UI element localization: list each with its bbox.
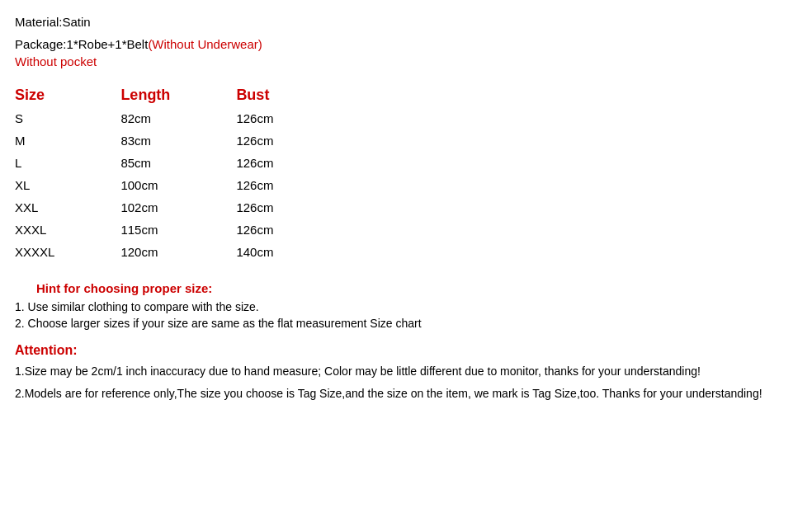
table-row: L85cm126cm [15, 152, 339, 174]
table-row: S82cm126cm [15, 107, 339, 129]
table-cell: 126cm [236, 196, 339, 219]
package-suffix: (Without Underwear) [148, 37, 262, 51]
table-cell: 82cm [120, 107, 236, 129]
col-bust: Bust [236, 83, 339, 107]
package-line: Package:1*Robe+1*Belt(Without Underwear) [15, 37, 797, 51]
table-cell: 126cm [236, 107, 339, 129]
without-pocket: Without pocket [15, 54, 797, 68]
table-cell: 100cm [120, 174, 236, 196]
table-cell: 126cm [236, 174, 339, 196]
table-cell: L [15, 152, 120, 174]
attention-title: Attention: [15, 343, 797, 358]
table-row: XL100cm126cm [15, 174, 339, 196]
table-cell: 140cm [236, 241, 339, 263]
hint-item-2: 2. Choose larger sizes if your size are … [15, 317, 797, 330]
table-cell: 120cm [120, 241, 236, 263]
table-cell: M [15, 129, 120, 152]
table-cell: 126cm [236, 129, 339, 152]
material-line: Material:Satin [15, 15, 797, 29]
table-cell: XXL [15, 196, 120, 219]
attention-item-2: 2.Models are for reference only,The size… [15, 385, 797, 402]
table-cell: S [15, 107, 120, 129]
table-cell: 126cm [236, 219, 339, 241]
hint-section: Hint for choosing proper size: 1. Use si… [15, 281, 797, 330]
attention-item-1: 1.Size may be 2cm/1 inch inaccuracy due … [15, 363, 797, 380]
table-cell: XXXL [15, 219, 120, 241]
table-row: XXXL115cm126cm [15, 219, 339, 241]
col-size: Size [15, 83, 120, 107]
material-text: Material:Satin [15, 15, 91, 29]
col-length: Length [120, 83, 236, 107]
package-prefix: Package:1*Robe+1*Belt [15, 37, 148, 51]
hint-title: Hint for choosing proper size: [36, 281, 797, 295]
table-cell: 102cm [120, 196, 236, 219]
table-cell: 83cm [120, 129, 236, 152]
hint-item-1: 1. Use similar clothing to compare with … [15, 300, 797, 313]
size-table: Size Length Bust S82cm126cmM83cm126cmL85… [15, 83, 339, 263]
attention-section: Attention: 1.Size may be 2cm/1 inch inac… [15, 343, 797, 402]
table-row: XXL102cm126cm [15, 196, 339, 219]
table-cell: 85cm [120, 152, 236, 174]
table-cell: XXXXL [15, 241, 120, 263]
table-cell: 126cm [236, 152, 339, 174]
table-header-row: Size Length Bust [15, 83, 339, 107]
table-cell: 115cm [120, 219, 236, 241]
table-row: XXXXL120cm140cm [15, 241, 339, 263]
table-cell: XL [15, 174, 120, 196]
table-row: M83cm126cm [15, 129, 339, 152]
